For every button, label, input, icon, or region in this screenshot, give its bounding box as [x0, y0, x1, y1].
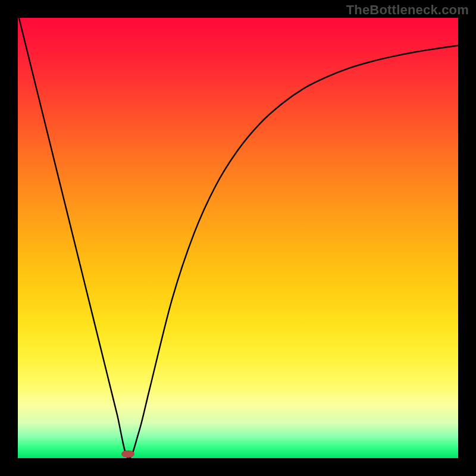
curve-layer: [18, 18, 458, 458]
chart-stage: TheBottleneck.com: [0, 0, 476, 476]
plot-area: [18, 18, 458, 458]
bottleneck-curve: [18, 18, 458, 458]
watermark-label: TheBottleneck.com: [346, 2, 469, 18]
minimum-marker: [121, 450, 134, 458]
